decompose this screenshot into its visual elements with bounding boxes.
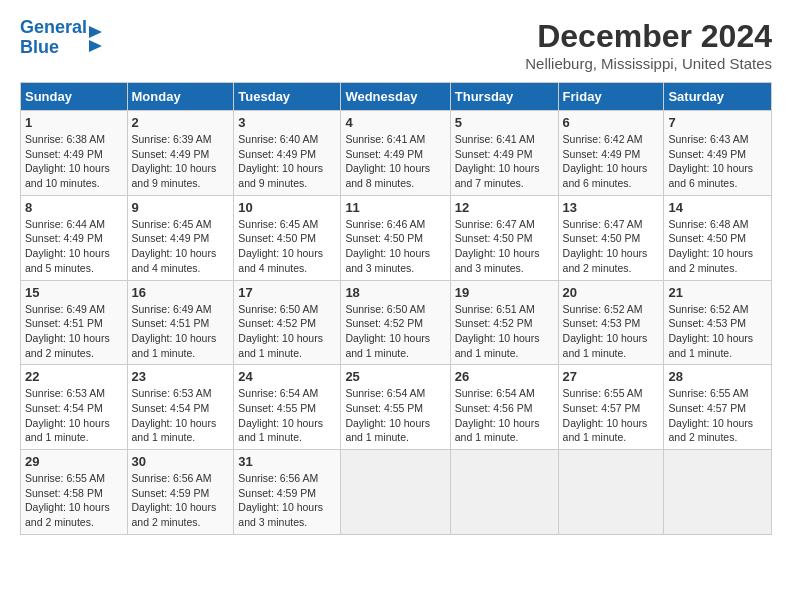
- day-number: 3: [238, 115, 336, 130]
- calendar-cell: 21 Sunrise: 6:52 AM Sunset: 4:53 PM Dayl…: [664, 280, 772, 365]
- day-number: 2: [132, 115, 230, 130]
- page: General Blue December 2024 Nellieburg, M…: [0, 0, 792, 545]
- day-info: Sunrise: 6:49 AM Sunset: 4:51 PM Dayligh…: [25, 302, 123, 361]
- day-info: Sunrise: 6:51 AM Sunset: 4:52 PM Dayligh…: [455, 302, 554, 361]
- logo-area: General Blue: [20, 18, 102, 58]
- day-info: Sunrise: 6:48 AM Sunset: 4:50 PM Dayligh…: [668, 217, 767, 276]
- day-info: Sunrise: 6:53 AM Sunset: 4:54 PM Dayligh…: [132, 386, 230, 445]
- logo-text: General: [20, 18, 87, 38]
- day-number: 31: [238, 454, 336, 469]
- calendar-cell: 29 Sunrise: 6:55 AM Sunset: 4:58 PM Dayl…: [21, 450, 128, 535]
- day-info: Sunrise: 6:42 AM Sunset: 4:49 PM Dayligh…: [563, 132, 660, 191]
- calendar-cell: 31 Sunrise: 6:56 AM Sunset: 4:59 PM Dayl…: [234, 450, 341, 535]
- calendar-cell: 18 Sunrise: 6:50 AM Sunset: 4:52 PM Dayl…: [341, 280, 450, 365]
- day-number: 26: [455, 369, 554, 384]
- day-info: Sunrise: 6:40 AM Sunset: 4:49 PM Dayligh…: [238, 132, 336, 191]
- day-info: Sunrise: 6:55 AM Sunset: 4:58 PM Dayligh…: [25, 471, 123, 530]
- logo-text2: Blue: [20, 38, 87, 58]
- day-info: Sunrise: 6:56 AM Sunset: 4:59 PM Dayligh…: [132, 471, 230, 530]
- day-info: Sunrise: 6:45 AM Sunset: 4:49 PM Dayligh…: [132, 217, 230, 276]
- calendar-cell: [664, 450, 772, 535]
- day-info: Sunrise: 6:56 AM Sunset: 4:59 PM Dayligh…: [238, 471, 336, 530]
- calendar-cell: 17 Sunrise: 6:50 AM Sunset: 4:52 PM Dayl…: [234, 280, 341, 365]
- calendar-cell: 1 Sunrise: 6:38 AM Sunset: 4:49 PM Dayli…: [21, 111, 128, 196]
- day-info: Sunrise: 6:53 AM Sunset: 4:54 PM Dayligh…: [25, 386, 123, 445]
- logo: General Blue: [20, 18, 102, 58]
- day-number: 21: [668, 285, 767, 300]
- calendar-cell: 26 Sunrise: 6:54 AM Sunset: 4:56 PM Dayl…: [450, 365, 558, 450]
- day-info: Sunrise: 6:43 AM Sunset: 4:49 PM Dayligh…: [668, 132, 767, 191]
- day-info: Sunrise: 6:55 AM Sunset: 4:57 PM Dayligh…: [563, 386, 660, 445]
- day-number: 1: [25, 115, 123, 130]
- calendar-cell: 25 Sunrise: 6:54 AM Sunset: 4:55 PM Dayl…: [341, 365, 450, 450]
- day-info: Sunrise: 6:47 AM Sunset: 4:50 PM Dayligh…: [563, 217, 660, 276]
- day-info: Sunrise: 6:41 AM Sunset: 4:49 PM Dayligh…: [455, 132, 554, 191]
- calendar-cell: 10 Sunrise: 6:45 AM Sunset: 4:50 PM Dayl…: [234, 195, 341, 280]
- weekday-header-monday: Monday: [127, 83, 234, 111]
- day-number: 18: [345, 285, 445, 300]
- calendar-cell: [341, 450, 450, 535]
- weekday-header-tuesday: Tuesday: [234, 83, 341, 111]
- calendar-cell: 3 Sunrise: 6:40 AM Sunset: 4:49 PM Dayli…: [234, 111, 341, 196]
- calendar-cell: 30 Sunrise: 6:56 AM Sunset: 4:59 PM Dayl…: [127, 450, 234, 535]
- day-info: Sunrise: 6:54 AM Sunset: 4:55 PM Dayligh…: [345, 386, 445, 445]
- weekday-header-wednesday: Wednesday: [341, 83, 450, 111]
- weekday-header-thursday: Thursday: [450, 83, 558, 111]
- calendar-cell: 8 Sunrise: 6:44 AM Sunset: 4:49 PM Dayli…: [21, 195, 128, 280]
- day-info: Sunrise: 6:50 AM Sunset: 4:52 PM Dayligh…: [345, 302, 445, 361]
- calendar-cell: 11 Sunrise: 6:46 AM Sunset: 4:50 PM Dayl…: [341, 195, 450, 280]
- calendar-cell: 22 Sunrise: 6:53 AM Sunset: 4:54 PM Dayl…: [21, 365, 128, 450]
- calendar-cell: 6 Sunrise: 6:42 AM Sunset: 4:49 PM Dayli…: [558, 111, 664, 196]
- day-number: 27: [563, 369, 660, 384]
- day-info: Sunrise: 6:38 AM Sunset: 4:49 PM Dayligh…: [25, 132, 123, 191]
- calendar-cell: 2 Sunrise: 6:39 AM Sunset: 4:49 PM Dayli…: [127, 111, 234, 196]
- day-info: Sunrise: 6:44 AM Sunset: 4:49 PM Dayligh…: [25, 217, 123, 276]
- day-number: 13: [563, 200, 660, 215]
- calendar-cell: 28 Sunrise: 6:55 AM Sunset: 4:57 PM Dayl…: [664, 365, 772, 450]
- calendar-cell: 16 Sunrise: 6:49 AM Sunset: 4:51 PM Dayl…: [127, 280, 234, 365]
- day-info: Sunrise: 6:52 AM Sunset: 4:53 PM Dayligh…: [668, 302, 767, 361]
- day-info: Sunrise: 6:49 AM Sunset: 4:51 PM Dayligh…: [132, 302, 230, 361]
- calendar-cell: 9 Sunrise: 6:45 AM Sunset: 4:49 PM Dayli…: [127, 195, 234, 280]
- day-info: Sunrise: 6:45 AM Sunset: 4:50 PM Dayligh…: [238, 217, 336, 276]
- day-info: Sunrise: 6:54 AM Sunset: 4:56 PM Dayligh…: [455, 386, 554, 445]
- title-area: December 2024 Nellieburg, Mississippi, U…: [525, 18, 772, 72]
- day-number: 17: [238, 285, 336, 300]
- day-number: 10: [238, 200, 336, 215]
- day-info: Sunrise: 6:39 AM Sunset: 4:49 PM Dayligh…: [132, 132, 230, 191]
- calendar-cell: 27 Sunrise: 6:55 AM Sunset: 4:57 PM Dayl…: [558, 365, 664, 450]
- weekday-header-saturday: Saturday: [664, 83, 772, 111]
- calendar-cell: 19 Sunrise: 6:51 AM Sunset: 4:52 PM Dayl…: [450, 280, 558, 365]
- day-number: 25: [345, 369, 445, 384]
- day-number: 4: [345, 115, 445, 130]
- day-number: 5: [455, 115, 554, 130]
- subtitle: Nellieburg, Mississippi, United States: [525, 55, 772, 72]
- calendar-cell: 23 Sunrise: 6:53 AM Sunset: 4:54 PM Dayl…: [127, 365, 234, 450]
- day-info: Sunrise: 6:52 AM Sunset: 4:53 PM Dayligh…: [563, 302, 660, 361]
- calendar-cell: [450, 450, 558, 535]
- day-info: Sunrise: 6:41 AM Sunset: 4:49 PM Dayligh…: [345, 132, 445, 191]
- day-number: 28: [668, 369, 767, 384]
- calendar-cell: 24 Sunrise: 6:54 AM Sunset: 4:55 PM Dayl…: [234, 365, 341, 450]
- day-number: 24: [238, 369, 336, 384]
- day-number: 15: [25, 285, 123, 300]
- calendar-cell: [558, 450, 664, 535]
- day-number: 19: [455, 285, 554, 300]
- day-number: 6: [563, 115, 660, 130]
- day-number: 12: [455, 200, 554, 215]
- calendar-cell: 13 Sunrise: 6:47 AM Sunset: 4:50 PM Dayl…: [558, 195, 664, 280]
- day-number: 9: [132, 200, 230, 215]
- calendar-cell: 14 Sunrise: 6:48 AM Sunset: 4:50 PM Dayl…: [664, 195, 772, 280]
- calendar-cell: 4 Sunrise: 6:41 AM Sunset: 4:49 PM Dayli…: [341, 111, 450, 196]
- calendar-cell: 7 Sunrise: 6:43 AM Sunset: 4:49 PM Dayli…: [664, 111, 772, 196]
- day-number: 7: [668, 115, 767, 130]
- calendar-cell: 12 Sunrise: 6:47 AM Sunset: 4:50 PM Dayl…: [450, 195, 558, 280]
- day-info: Sunrise: 6:46 AM Sunset: 4:50 PM Dayligh…: [345, 217, 445, 276]
- day-number: 14: [668, 200, 767, 215]
- calendar-cell: 15 Sunrise: 6:49 AM Sunset: 4:51 PM Dayl…: [21, 280, 128, 365]
- day-number: 20: [563, 285, 660, 300]
- day-number: 29: [25, 454, 123, 469]
- calendar: SundayMondayTuesdayWednesdayThursdayFrid…: [20, 82, 772, 535]
- day-info: Sunrise: 6:55 AM Sunset: 4:57 PM Dayligh…: [668, 386, 767, 445]
- day-info: Sunrise: 6:47 AM Sunset: 4:50 PM Dayligh…: [455, 217, 554, 276]
